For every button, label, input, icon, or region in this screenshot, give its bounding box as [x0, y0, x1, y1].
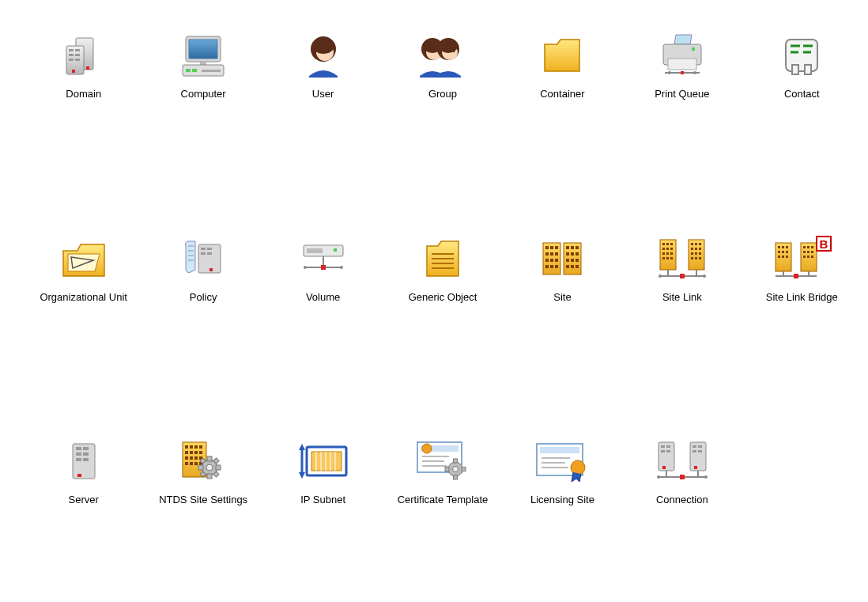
svg-rect-174: [207, 456, 212, 461]
svg-rect-138: [811, 251, 813, 253]
user-label: User: [312, 88, 334, 100]
svg-point-26: [439, 39, 458, 53]
svg-rect-70: [550, 252, 553, 256]
site-icon: [530, 231, 594, 286]
svg-rect-200: [453, 459, 457, 463]
group-label: Group: [428, 88, 457, 100]
contact-label: Contact: [784, 88, 820, 100]
svg-rect-99: [666, 252, 669, 255]
print-queue-icon: [651, 28, 714, 83]
svg-rect-80: [576, 246, 579, 249]
domain-label: Domain: [66, 88, 101, 100]
computer-icon: [172, 28, 235, 83]
svg-rect-75: [545, 265, 549, 268]
site-link-bridge-icon: B: [770, 231, 833, 286]
svg-point-27: [453, 51, 455, 53]
svg-rect-29: [668, 59, 696, 70]
item-site: Site: [503, 231, 622, 379]
svg-rect-15: [192, 69, 197, 72]
svg-rect-114: [695, 257, 697, 259]
svg-rect-153: [76, 458, 81, 461]
svg-rect-67: [550, 246, 553, 249]
svg-rect-35: [786, 40, 817, 71]
svg-rect-82: [571, 252, 574, 256]
organizational-unit-label: Organizational Unit: [40, 291, 127, 304]
svg-rect-155: [77, 474, 81, 477]
item-group: Group: [383, 28, 502, 176]
svg-rect-139: [803, 256, 806, 258]
svg-rect-131: [782, 256, 784, 258]
svg-rect-85: [571, 259, 574, 262]
svg-rect-109: [699, 248, 701, 250]
site-label: Site: [553, 291, 571, 304]
svg-rect-46: [207, 252, 212, 255]
svg-rect-45: [201, 252, 206, 255]
item-volume: Volume: [263, 231, 383, 379]
svg-rect-12: [200, 62, 206, 65]
group-icon: [411, 28, 474, 83]
icon-grid: Domain Computer: [24, 28, 862, 581]
svg-rect-125: [782, 246, 784, 248]
item-print-queue: Print Queue: [622, 28, 742, 176]
svg-rect-88: [571, 265, 574, 268]
container-icon: [530, 28, 594, 83]
svg-rect-34: [681, 71, 684, 74]
svg-rect-30: [692, 47, 695, 51]
svg-point-195: [422, 444, 432, 453]
svg-rect-161: [185, 451, 188, 454]
svg-point-19: [312, 38, 334, 54]
svg-rect-9: [86, 66, 89, 70]
ntds-site-settings-icon: [172, 434, 235, 489]
ntds-site-settings-label: NTDS Site Settings: [159, 494, 247, 506]
svg-rect-137: [807, 251, 810, 253]
licensing-site-label: Licensing Site: [530, 494, 594, 506]
item-licensing-site: Licensing Site: [503, 434, 622, 581]
svg-rect-79: [571, 246, 574, 249]
svg-rect-151: [76, 452, 81, 456]
svg-rect-150: [83, 447, 89, 450]
svg-rect-5: [75, 54, 80, 56]
svg-point-32: [668, 71, 671, 74]
svg-rect-89: [576, 265, 579, 268]
item-user: User: [263, 28, 383, 176]
item-domain: Domain: [24, 28, 143, 176]
svg-rect-135: [811, 246, 813, 248]
svg-rect-68: [555, 246, 558, 249]
svg-rect-78: [566, 246, 569, 249]
svg-rect-98: [662, 252, 665, 255]
svg-rect-167: [194, 456, 198, 460]
svg-point-182: [206, 464, 213, 471]
svg-rect-66: [545, 246, 549, 249]
item-ntds-site-settings: NTDS Site Settings: [143, 434, 262, 581]
container-label: Container: [540, 88, 584, 100]
svg-rect-77: [555, 265, 558, 268]
svg-rect-202: [445, 468, 449, 471]
svg-rect-158: [190, 445, 193, 449]
svg-rect-136: [803, 251, 806, 253]
connection-label: Connection: [656, 494, 708, 506]
svg-rect-113: [691, 257, 693, 259]
site-link-icon: [651, 231, 714, 286]
svg-rect-76: [550, 265, 553, 268]
svg-rect-201: [453, 475, 457, 479]
svg-rect-53: [307, 248, 323, 253]
ip-subnet-label: IP Subnet: [300, 494, 345, 506]
svg-rect-4: [69, 54, 74, 56]
svg-rect-73: [550, 259, 553, 262]
svg-rect-216: [666, 450, 670, 452]
svg-rect-128: [782, 251, 784, 253]
svg-rect-105: [695, 243, 697, 245]
svg-rect-44: [207, 248, 212, 250]
svg-rect-93: [666, 243, 669, 245]
svg-rect-11: [189, 40, 217, 59]
svg-rect-222: [694, 466, 697, 469]
svg-rect-92: [662, 243, 665, 245]
svg-rect-37: [805, 65, 811, 74]
site-link-label: Site Link: [662, 291, 702, 304]
site-link-bridge-label: Site Link Bridge: [766, 291, 838, 304]
svg-rect-165: [185, 456, 188, 460]
certificate-template-icon: [411, 434, 474, 489]
svg-rect-81: [566, 252, 569, 256]
generic-object-icon: [411, 231, 474, 286]
svg-rect-54: [334, 248, 337, 252]
